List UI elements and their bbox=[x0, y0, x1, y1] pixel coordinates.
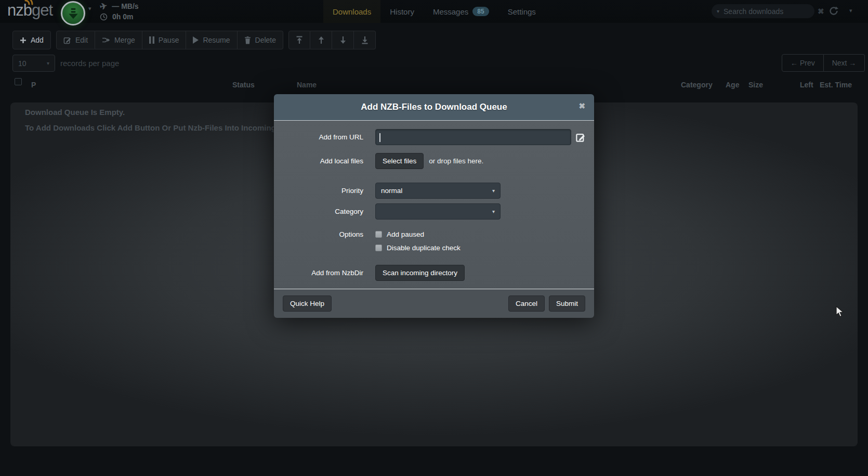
cancel-button[interactable]: Cancel bbox=[508, 295, 545, 312]
select-files-button[interactable]: Select files bbox=[375, 153, 424, 169]
category-select[interactable]: ▾ bbox=[375, 203, 501, 220]
mouse-cursor bbox=[836, 306, 845, 320]
add-paused-checkbox[interactable] bbox=[375, 231, 382, 238]
scan-incoming-directory-button[interactable]: Scan incoming directory bbox=[375, 265, 465, 281]
modal-title: Add NZB-Files to Download Queue bbox=[361, 102, 507, 112]
close-icon[interactable]: ✖ bbox=[578, 102, 585, 110]
nzbdir-row: Add from NzbDir Scan incoming directory bbox=[274, 265, 594, 281]
options-row: Options Add paused Disable duplicate che… bbox=[274, 230, 594, 252]
priority-label: Priority bbox=[274, 183, 363, 199]
select-caret-icon: ▾ bbox=[492, 188, 495, 194]
submit-button[interactable]: Submit bbox=[549, 295, 585, 312]
drop-files-hint: or drop files here. bbox=[429, 153, 483, 169]
add-nzb-modal: Add NZB-Files to Download Queue ✖ Add fr… bbox=[274, 94, 594, 318]
disable-duplicate-option[interactable]: Disable duplicate check bbox=[375, 243, 461, 252]
category-label: Category bbox=[274, 203, 363, 220]
url-label: Add from URL bbox=[274, 129, 363, 145]
priority-row: Priority normal ▾ bbox=[274, 183, 594, 199]
modal-footer: Quick Help Cancel Submit bbox=[274, 289, 594, 318]
modal-header: Add NZB-Files to Download Queue ✖ bbox=[274, 94, 594, 121]
url-input[interactable] bbox=[375, 129, 571, 145]
modal-body: Add from URL Add local files Select file… bbox=[274, 121, 594, 289]
url-row: Add from URL bbox=[274, 129, 594, 145]
add-paused-option[interactable]: Add paused bbox=[375, 230, 424, 239]
nzbdir-label: Add from NzbDir bbox=[274, 265, 363, 281]
disable-duplicate-checkbox[interactable] bbox=[375, 245, 382, 251]
options-label: Options bbox=[274, 230, 363, 239]
quick-help-button[interactable]: Quick Help bbox=[283, 295, 332, 312]
priority-select[interactable]: normal ▾ bbox=[375, 183, 501, 199]
local-files-label: Add local files bbox=[274, 153, 363, 169]
local-files-row: Add local files Select files or drop fil… bbox=[274, 153, 594, 169]
edit-url-icon[interactable] bbox=[576, 133, 585, 142]
select-caret-icon: ▾ bbox=[492, 209, 495, 214]
category-row: Category ▾ bbox=[274, 203, 594, 220]
text-cursor bbox=[379, 133, 380, 142]
